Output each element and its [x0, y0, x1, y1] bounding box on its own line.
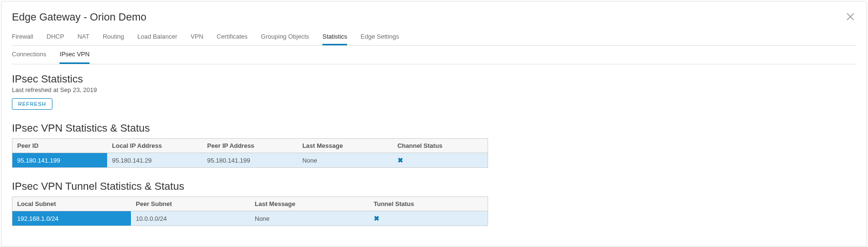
table-header-row: Local Subnet Peer Subnet Last Message Tu…	[12, 197, 488, 211]
x-icon: ✖	[374, 215, 379, 222]
col-peer-subnet[interactable]: Peer Subnet	[131, 197, 250, 211]
tunnel-stats-table: Local Subnet Peer Subnet Last Message Tu…	[12, 196, 488, 226]
cell-channel-status: ✖	[393, 153, 488, 168]
col-tunnel-status[interactable]: Tunnel Status	[369, 197, 488, 211]
cell-local-ip: 95.180.141.29	[107, 153, 202, 168]
subtab-connections[interactable]: Connections	[12, 46, 46, 64]
main-tabs: Firewall DHCP NAT Routing Load Balancer …	[12, 29, 856, 46]
cell-last-msg: None	[250, 211, 369, 226]
vpn-stats-title: IPsec VPN Statistics & Status	[12, 122, 856, 134]
tab-nat[interactable]: NAT	[78, 29, 90, 45]
table-header-row: Peer ID Local IP Address Peer IP Address…	[12, 139, 488, 153]
refresh-button[interactable]: REFRESH	[12, 98, 52, 110]
col-peer-id[interactable]: Peer ID	[12, 139, 108, 153]
tab-edge-settings[interactable]: Edge Settings	[360, 29, 399, 45]
tab-firewall[interactable]: Firewall	[12, 29, 33, 45]
close-icon[interactable]	[845, 10, 856, 24]
cell-peer-ip: 95.180.141.199	[202, 153, 298, 168]
cell-peer-id: 95.180.141.199	[12, 153, 108, 168]
tab-certificates[interactable]: Certificates	[217, 29, 248, 45]
table-row[interactable]: 192.168.1.0/24 10.0.0.0/24 None ✖	[12, 211, 488, 226]
tab-routing[interactable]: Routing	[103, 29, 124, 45]
stats-heading: IPsec Statistics	[12, 73, 856, 85]
vpn-stats-table: Peer ID Local IP Address Peer IP Address…	[12, 138, 488, 168]
cell-peer-subnet: 10.0.0.0/24	[131, 211, 250, 226]
tunnel-stats-title: IPsec VPN Tunnel Statistics & Status	[12, 180, 856, 193]
tab-vpn[interactable]: VPN	[190, 29, 203, 45]
stats-refreshed: Last refreshed at Sep 23, 2019	[12, 86, 856, 93]
cell-tunnel-status: ✖	[369, 211, 488, 226]
page-title: Edge Gateway - Orion Demo	[12, 11, 146, 23]
cell-last-msg: None	[298, 153, 393, 168]
table-row[interactable]: 95.180.141.199 95.180.141.29 95.180.141.…	[12, 153, 488, 168]
tab-load-balancer[interactable]: Load Balancer	[138, 29, 178, 45]
col-local-ip[interactable]: Local IP Address	[107, 139, 202, 153]
subtab-ipsec-vpn[interactable]: IPsec VPN	[60, 46, 90, 64]
tab-dhcp[interactable]: DHCP	[47, 29, 64, 45]
col-last-msg[interactable]: Last Message	[298, 139, 393, 153]
x-icon: ✖	[398, 156, 403, 164]
tab-grouping-objects[interactable]: Grouping Objects	[261, 29, 309, 45]
col-local-subnet[interactable]: Local Subnet	[12, 197, 131, 211]
col-channel-status[interactable]: Channel Status	[393, 139, 488, 153]
tab-statistics[interactable]: Statistics	[322, 29, 347, 45]
col-peer-ip[interactable]: Peer IP Address	[202, 139, 298, 153]
col-last-msg[interactable]: Last Message	[250, 197, 369, 211]
sub-tabs: Connections IPsec VPN	[12, 46, 856, 64]
cell-local-subnet: 192.168.1.0/24	[12, 211, 131, 226]
